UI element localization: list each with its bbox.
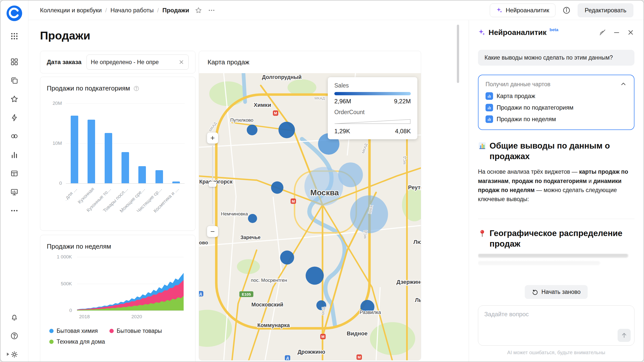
charts-received-list: Карта продажПродажи по подкатегориямПрод… (486, 92, 627, 123)
x-axis-tick: 2018 (79, 314, 90, 320)
charts-received-header: Получил данные чартов (486, 81, 550, 88)
chart-icon (486, 92, 493, 100)
transit-marker: М (273, 110, 278, 116)
breadcrumb-getting-started[interactable]: Начало работы (110, 7, 154, 14)
connections-bolt-icon[interactable] (7, 111, 21, 125)
map-bubble[interactable] (280, 251, 294, 265)
dashboards-icon[interactable] (7, 55, 21, 69)
legend-item[interactable]: Бытовые товары (109, 328, 162, 334)
question-input[interactable] (478, 306, 634, 345)
main-scrollbar-thumb[interactable] (457, 25, 459, 83)
page-more-icon[interactable] (208, 7, 215, 14)
bar[interactable] (88, 120, 95, 183)
bar[interactable] (105, 133, 112, 183)
zoom-slider-handle[interactable]: :::: (209, 182, 216, 187)
map-place-label: МСД (363, 230, 367, 239)
map-bubble[interactable] (247, 125, 258, 135)
transit-marker: М (356, 354, 362, 360)
map-place-label: Дзержинский (396, 279, 421, 285)
chart-icon (486, 115, 493, 123)
user-message: Какие выводы можно сделать по этим данны… (478, 50, 634, 66)
bar[interactable] (71, 116, 78, 183)
chart-help-icon[interactable] (133, 85, 140, 92)
favorites-star-icon[interactable] (7, 92, 21, 106)
breadcrumb-separator: / (157, 7, 159, 14)
transit-marker: Д (199, 291, 203, 296)
bar-chart-emoji-icon (478, 142, 487, 162)
chart-link-item[interactable]: Продажи по неделям (486, 115, 627, 123)
subcategory-chart-plot[interactable]: 20M 10M 0 (66, 103, 185, 184)
breadcrumb-separator: / (105, 7, 107, 14)
restart-icon (532, 289, 538, 295)
map-place-label: Заречье (240, 235, 261, 240)
map-bubble[interactable] (271, 182, 283, 194)
notifications-bell-icon[interactable] (7, 310, 21, 324)
datasets-icon[interactable] (7, 129, 21, 143)
svg-text:М: М (274, 111, 277, 115)
map-place-label: пос. Мосрентген (251, 278, 287, 283)
legend-item[interactable]: Бытовая химия (49, 328, 98, 334)
y-axis-tick: 20M (47, 101, 62, 106)
datalens-logo[interactable] (6, 5, 23, 22)
geo-heading: Географическое распределение продаж (478, 228, 634, 249)
neuroanalyst-button[interactable]: Нейроаналитик (490, 4, 555, 17)
help-circle-icon[interactable] (7, 329, 21, 343)
map-bubble[interactable] (278, 122, 295, 138)
dashboard-main: Продажи Дата заказа Не определено - Не о… (28, 20, 469, 361)
collections-icon[interactable] (7, 73, 21, 87)
weekly-chart-plot[interactable]: 1 000K 500K 0 (77, 257, 184, 311)
transit-marker: М (291, 199, 296, 204)
map-place-label: Долгопрудный (262, 74, 301, 80)
favorite-star-icon[interactable] (195, 7, 202, 14)
send-button[interactable] (618, 329, 631, 342)
map-title: Карта продаж (208, 58, 249, 66)
charts-icon[interactable] (7, 148, 21, 162)
map-canvas[interactable]: ММММДДЕ105 ДолгопрудныйХимкиПутилковоКра… (199, 73, 421, 360)
breadcrumb-collections[interactable]: Коллекции и воркбуки (40, 7, 102, 14)
summary-paragraph: На основе анализа трёх виджетов — карты … (478, 167, 634, 204)
zoom-track[interactable]: :::: (212, 146, 213, 224)
bar[interactable] (155, 170, 163, 183)
map-bubble[interactable] (350, 195, 388, 233)
map-place-label: МСД (403, 156, 407, 165)
bar[interactable] (138, 166, 146, 183)
weekly-chart-title: Продажи по неделям (47, 243, 111, 250)
bar[interactable] (122, 152, 129, 183)
question-input-box (478, 305, 634, 346)
map-place-label: Москва (310, 188, 339, 197)
legend-item[interactable]: Техника для дома (49, 338, 105, 345)
y-axis-tick: 500K (47, 281, 72, 287)
subcategory-labels: Техника для …КухоннаяКухонные то…Товары … (66, 184, 185, 230)
restart-button[interactable]: Начать заново (525, 285, 588, 299)
reports-monitor-icon[interactable] (7, 185, 21, 199)
apps-grid-icon[interactable] (7, 29, 21, 43)
zoom-in-button[interactable]: + (207, 132, 218, 144)
ai-context-off-icon[interactable] (599, 29, 606, 36)
date-filter-input[interactable]: Не определено - Не опре (87, 55, 189, 70)
sidebar-collapse-arrow[interactable] (5, 351, 11, 358)
charts-received-card[interactable]: Получил данные чартов Карта продажПродаж… (478, 75, 634, 130)
more-icon[interactable] (7, 204, 21, 218)
info-icon[interactable] (562, 6, 571, 14)
chevron-up-icon[interactable] (620, 81, 627, 88)
bar[interactable] (172, 182, 180, 183)
date-filter-value: Не определено - Не опре (91, 59, 176, 66)
sparkle-icon (496, 7, 503, 14)
transit-marker: Д (285, 355, 290, 360)
edit-button[interactable]: Редактировать (578, 3, 633, 17)
map-bubble[interactable] (248, 214, 257, 223)
close-icon[interactable] (627, 29, 634, 36)
map-legend: Sales 2,96M 9,22M OrderCount 1,29K (328, 77, 417, 139)
chart-link-item[interactable]: Продажи по подкатегориям (486, 104, 627, 111)
filter-clear-icon[interactable] (178, 59, 184, 65)
neuroanalyst-panel: Нейроаналитик beta Какие вы (469, 20, 643, 361)
map-bubble[interactable] (304, 167, 343, 206)
tables-icon[interactable] (7, 166, 21, 180)
transit-marker: М (320, 334, 326, 339)
faded-text-preview (478, 254, 634, 277)
weekly-chart-card: Продажи по неделям 1 000K 500K 0 2018202… (40, 235, 195, 362)
zoom-out-button[interactable]: − (207, 226, 218, 237)
map-bubble[interactable] (306, 266, 324, 285)
chart-link-item[interactable]: Карта продаж (486, 92, 627, 100)
minimize-icon[interactable] (613, 29, 620, 36)
